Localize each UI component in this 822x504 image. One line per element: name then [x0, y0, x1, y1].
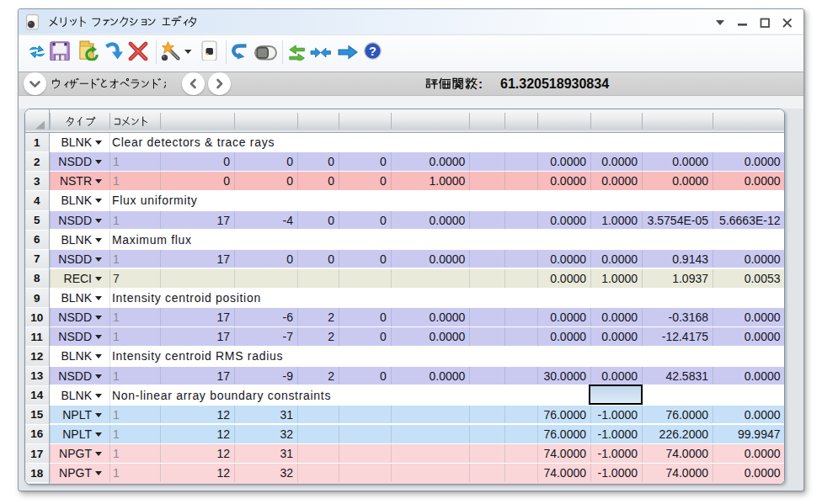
svg-text:?: ? [369, 45, 376, 58]
